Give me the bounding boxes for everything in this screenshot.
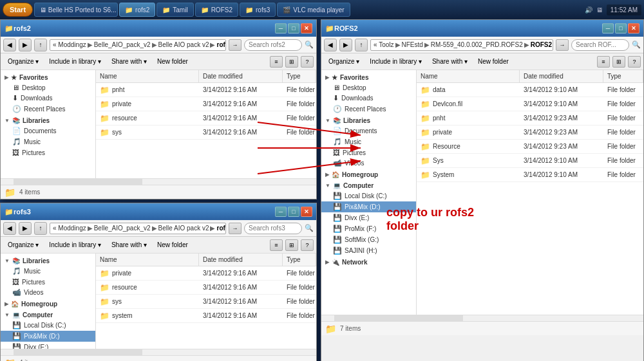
- network-header-right[interactable]: ▶ 🔌 Network: [321, 257, 416, 267]
- nav-desktop[interactable]: 🖥Desktop: [1, 82, 95, 93]
- go-button-rofs3[interactable]: →: [229, 223, 242, 234]
- horizontal-scrollbar-right[interactable]: [321, 315, 643, 321]
- share-with-button[interactable]: Share with ▾: [107, 55, 151, 68]
- taskbar-item-3[interactable]: 📁 ROFS2: [195, 3, 238, 17]
- table-row[interactable]: 📁private 3/14/2012 9:23 AM File folder: [417, 125, 643, 140]
- table-row[interactable]: 📁data 3/14/2012 9:10 AM File folder: [417, 83, 643, 97]
- homegroup-header-right[interactable]: ▶ 🏠 Homegroup: [321, 170, 416, 180]
- up-button[interactable]: ↑: [34, 39, 47, 51]
- minimize-button-right[interactable]: ─: [602, 23, 614, 33]
- share-with-button-rofs3[interactable]: Share with ▾: [107, 239, 151, 252]
- horizontal-scrollbar-rofs3[interactable]: [1, 349, 316, 355]
- close-button[interactable]: ✕: [301, 23, 312, 33]
- go-button-right[interactable]: →: [556, 39, 569, 51]
- view-list-button-rofs3[interactable]: ≡: [270, 239, 283, 251]
- up-button-right[interactable]: ↑: [355, 39, 368, 51]
- address-path-right[interactable]: « Toolz ▶ NFEstd ▶ RM-559_40.0.002_PRD.R…: [370, 39, 553, 51]
- help-button-right[interactable]: ?: [628, 56, 641, 68]
- nav-documents-right[interactable]: 📄Documents: [321, 125, 416, 136]
- nav-music[interactable]: 🎵Music: [1, 136, 95, 147]
- nav-pictures[interactable]: 🖼Pictures: [1, 147, 95, 158]
- taskbar-item-1[interactable]: 📁 rofs2: [119, 3, 155, 17]
- favorites-header-right[interactable]: ▶ ★ Favorites: [321, 73, 416, 82]
- minimize-button-rofs3[interactable]: ─: [275, 207, 287, 217]
- forward-button-rofs3[interactable]: ▶: [19, 222, 32, 235]
- nav-local-c-right[interactable]: 💾Local Disk (C:): [321, 190, 416, 201]
- nav-softmix-g[interactable]: 💾SoftMix (G:): [321, 234, 416, 245]
- nav-music-right[interactable]: 🎵Music: [321, 136, 416, 147]
- nav-sajini-h[interactable]: 💾SAJINI (H:): [321, 245, 416, 256]
- nav-downloads-right[interactable]: ⬇Downloads: [321, 93, 416, 104]
- table-row[interactable]: 📁System 3/14/2012 9:10 AM File folder: [417, 168, 643, 182]
- nav-promix-f[interactable]: 💾ProMix (F:): [321, 223, 416, 234]
- nav-pixmix-d[interactable]: 💾Pix&Mix (D:): [1, 331, 95, 342]
- nav-pixmix-d-right[interactable]: 💾Pix&Mix (D:): [321, 201, 416, 212]
- col-name-header-right[interactable]: Name: [417, 70, 520, 82]
- taskbar-item-5[interactable]: 🎬 VLC media player: [277, 3, 350, 17]
- nav-music-rofs3[interactable]: 🎵Music: [1, 266, 95, 277]
- close-button-right[interactable]: ✕: [628, 23, 639, 33]
- close-button-rofs3[interactable]: ✕: [301, 207, 312, 217]
- go-button[interactable]: →: [229, 39, 242, 51]
- table-row[interactable]: 📁Resource 3/14/2012 9:23 AM File folder: [417, 140, 643, 154]
- nav-videos-right[interactable]: 📹Videos: [321, 158, 416, 169]
- libraries-header-right[interactable]: ▼ 📚 Libraries: [321, 116, 416, 125]
- include-library-button[interactable]: Include in library ▾: [44, 55, 106, 68]
- favorites-header[interactable]: ▶ ★ Favorites: [1, 73, 95, 82]
- forward-button[interactable]: ▶: [19, 39, 32, 51]
- nav-divx-e-right[interactable]: 💾Divx (E:): [321, 212, 416, 223]
- maximize-button-rofs3[interactable]: □: [288, 207, 299, 217]
- taskbar-item-4[interactable]: 📁 rofs3: [240, 3, 276, 17]
- table-row[interactable]: 📁pnht 3/14/2012 9:16 AM File folder: [96, 83, 316, 97]
- libraries-header-rofs3[interactable]: ▼ 📚 Libraries: [1, 256, 95, 266]
- nav-divx-e[interactable]: 💾Divx (E:): [1, 342, 95, 349]
- view-list-button[interactable]: ≡: [270, 56, 283, 68]
- computer-header-rofs3[interactable]: ▼ 💻 Computer: [1, 310, 95, 320]
- new-folder-button-right[interactable]: New folder: [473, 55, 513, 68]
- computer-header-right[interactable]: ▼ 💻 Computer: [321, 181, 416, 190]
- search-input[interactable]: [244, 39, 302, 51]
- back-button-right[interactable]: ◀: [324, 39, 337, 51]
- table-row[interactable]: 📁sys 3/14/2012 9:16 AM File folder: [96, 295, 316, 309]
- table-row[interactable]: 📁pnht 3/14/2012 9:23 AM File folder: [417, 111, 643, 125]
- organize-button-right[interactable]: Organize ▾: [324, 55, 364, 68]
- back-button-rofs3[interactable]: ◀: [3, 222, 16, 235]
- organize-button[interactable]: Organize ▾: [3, 55, 43, 68]
- maximize-button[interactable]: □: [288, 23, 299, 33]
- help-button-rofs3[interactable]: ?: [301, 239, 314, 251]
- nav-videos-rofs3[interactable]: 📹Videos: [1, 287, 95, 298]
- start-button[interactable]: Start: [3, 3, 33, 17]
- col-date-header[interactable]: Date modified: [199, 70, 283, 82]
- help-button[interactable]: ?: [301, 56, 314, 68]
- table-row[interactable]: 📁resource 3/14/2012 9:16 AM File folder: [96, 111, 316, 125]
- maximize-button-right[interactable]: □: [615, 23, 627, 33]
- back-button[interactable]: ◀: [3, 39, 16, 51]
- col-date-header-right[interactable]: Date modified: [520, 70, 603, 82]
- nav-recent-right[interactable]: 🕐Recent Places: [321, 104, 416, 115]
- nav-pictures-rofs3[interactable]: 🖼Pictures: [1, 277, 95, 287]
- minimize-button[interactable]: ─: [275, 23, 287, 33]
- view-details-button[interactable]: ⊞: [285, 56, 298, 68]
- view-list-button-right[interactable]: ≡: [597, 56, 610, 68]
- col-type-header[interactable]: Type: [283, 70, 316, 82]
- nav-downloads[interactable]: ⬇Downloads: [1, 93, 95, 104]
- col-date-header-rofs3[interactable]: Date modified: [199, 254, 283, 266]
- homegroup-header-rofs3[interactable]: ▶ 🏠 Homegroup: [1, 299, 95, 309]
- table-row[interactable]: 📁Devlcon.fil 3/14/2012 9:10 AM File fold…: [417, 97, 643, 111]
- table-row[interactable]: 📁system 3/14/2012 9:16 AM File folder: [96, 309, 316, 323]
- search-input-right[interactable]: [571, 39, 629, 51]
- table-row[interactable]: 📁Sys 3/14/2012 9:10 AM File folder: [417, 154, 643, 168]
- nav-pictures-right[interactable]: 🖼Pictures: [321, 147, 416, 158]
- organize-button-rofs3[interactable]: Organize ▾: [3, 239, 43, 252]
- nav-recent[interactable]: 🕐Recent Places: [1, 104, 95, 115]
- new-folder-button-rofs3[interactable]: New folder: [153, 239, 193, 252]
- col-name-header-rofs3[interactable]: Name: [96, 254, 199, 266]
- address-path-rofs3[interactable]: « Moddingz ▶ Belle_AIO_pack_v2 ▶ Belle A…: [50, 223, 226, 234]
- nav-desktop-right[interactable]: 🖥Desktop: [321, 82, 416, 93]
- horizontal-scrollbar-rofs2[interactable]: [1, 178, 316, 185]
- address-path[interactable]: « Moddingz ▶ Belle_AIO_pack_v2 ▶ Belle A…: [50, 39, 226, 51]
- table-row[interactable]: 📁sys 3/14/2012 9:16 AM File folder: [96, 125, 316, 140]
- search-input-rofs3[interactable]: [244, 223, 302, 234]
- table-row[interactable]: 📁private 3/14/2012 9:16 AM File folder: [96, 266, 316, 281]
- taskbar-item-0[interactable]: 🖥 Belle HS Ported to S6...: [34, 3, 118, 17]
